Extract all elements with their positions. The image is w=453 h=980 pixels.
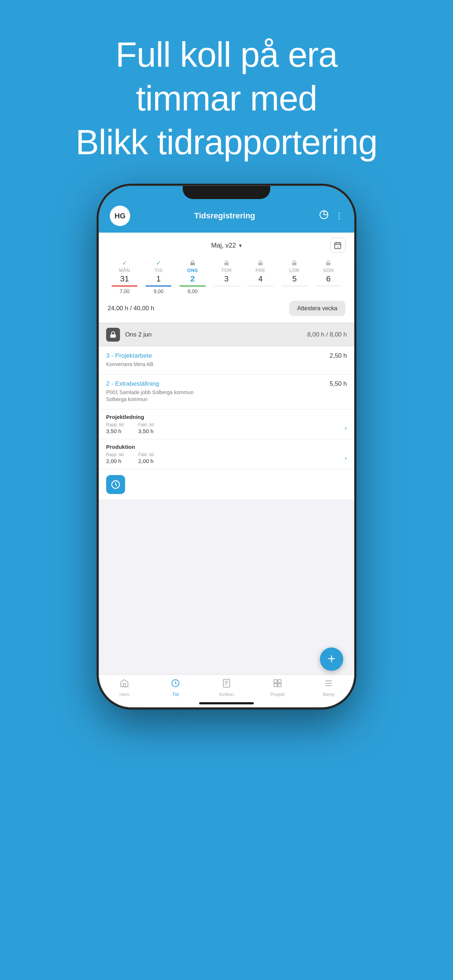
week-selector: Maj, v22 2 <box>99 232 354 294</box>
day-check-tor <box>223 259 230 267</box>
menu-icon <box>324 678 333 690</box>
nav-item-meny[interactable]: Meny <box>303 678 354 697</box>
svg-rect-13 <box>123 684 126 687</box>
svg-rect-11 <box>110 334 116 337</box>
nav-item-hem[interactable]: Hem <box>99 678 150 697</box>
nav-label-tid: Tid <box>172 692 179 697</box>
hero-section: Full koll på era timmar med Blikk tidrap… <box>0 0 453 186</box>
nav-label-kvitton: Kvitton <box>219 692 234 697</box>
day-item-fre[interactable]: FRE 4 <box>244 259 278 294</box>
entry-title-2: 2 - Extrabeställning <box>106 380 160 388</box>
day-item-ons[interactable]: ONS 2 8,00 <box>175 259 209 294</box>
entry-top-1: 3 - Projektarbete 2,50 h <box>106 352 347 360</box>
day-item-lor[interactable]: LÖR 5 <box>278 259 311 294</box>
receipt-icon <box>222 678 231 690</box>
day-label-son: SÖN <box>323 267 334 273</box>
day-bar-man <box>112 285 137 286</box>
day-number-son: 6 <box>326 274 330 284</box>
nav-item-kvitton[interactable]: Kvitton <box>201 678 252 697</box>
day-label-ons: ONS <box>187 267 198 273</box>
nav-label-hem: Hem <box>119 692 129 697</box>
svg-rect-7 <box>224 262 229 265</box>
day-item-man[interactable]: ✓ MÅN 31 7,00 <box>108 259 142 294</box>
day-check-man: ✓ <box>122 259 127 267</box>
day-bar-fre <box>247 285 273 286</box>
summary-hours: 24,00 h / 40,00 h <box>108 305 154 312</box>
day-item-tor[interactable]: TOR 3 <box>209 259 243 294</box>
day-item-son[interactable]: SÖN 6 <box>311 259 345 294</box>
chevron-right-icon-2[interactable]: › <box>345 454 347 462</box>
calendar-button[interactable]: 2 <box>330 238 345 253</box>
project-icon <box>273 678 282 690</box>
screen: HG Tidsregistrering ⋮ <box>99 186 354 707</box>
phone-frame: HG Tidsregistrering ⋮ <box>99 186 354 707</box>
sub-fakt-2: Fakt. tid 2,00 h <box>138 452 154 465</box>
header-title: Tidsregistrering <box>194 211 255 221</box>
entry-card-1[interactable]: 3 - Projektarbete 2,50 h Konversera Mera… <box>99 346 354 374</box>
day-label-man: MÅN <box>119 267 130 273</box>
svg-rect-21 <box>274 684 277 687</box>
day-label-lor: LÖR <box>289 267 300 273</box>
day-number-man: 31 <box>120 274 129 284</box>
entry-hours-1: 2,50 h <box>330 352 347 360</box>
phone-notch <box>183 186 270 199</box>
week-nav-center[interactable]: Maj, v22 <box>211 242 242 250</box>
timer-card[interactable] <box>99 469 354 500</box>
spacer <box>99 500 354 558</box>
day-label-tis: TIS <box>155 267 163 273</box>
day-number-ons: 2 <box>190 274 195 284</box>
chevron-right-icon-1[interactable]: › <box>345 425 347 432</box>
day-hours-man: 7,00 <box>120 288 129 294</box>
pie-chart-icon[interactable] <box>319 210 329 222</box>
day-number-fre: 4 <box>258 274 263 284</box>
fab-button[interactable]: + <box>320 648 343 671</box>
nav-label-projekt: Projekt <box>270 692 285 697</box>
entry-subtitle-1: Konversera Mera AB <box>106 361 347 368</box>
entry-card-2[interactable]: 2 - Extrabeställning 5,50 h P001 Samlade… <box>99 374 354 409</box>
sub-entry-produktion[interactable]: Produktion Rapp. tid 2,00 h Fakt. tid 2,… <box>99 439 354 469</box>
day-section-title: Ons 2 jun <box>125 331 307 338</box>
svg-rect-20 <box>278 679 281 683</box>
summary-row: 24,00 h / 40,00 h Attestera vecka <box>99 294 354 323</box>
sub-rapp-1: Rapp. tid 3,50 h <box>106 422 124 434</box>
day-check-ons <box>190 259 196 267</box>
sub-rapp-2: Rapp. tid 2,00 h <box>106 452 124 465</box>
sub-fakt-1: Fakt. tid 3,50 h <box>138 422 154 434</box>
timer-icon-button[interactable] <box>106 475 125 494</box>
day-bar-ons <box>179 285 205 286</box>
day-check-lor <box>292 259 297 267</box>
day-label-fre: FRE <box>255 267 266 273</box>
entry-title-1: 3 - Projektarbete <box>106 352 152 360</box>
sub-entry-header-1: Projektledning <box>106 414 347 420</box>
entry-hours-2: 5,50 h <box>330 380 347 388</box>
day-bar-tor <box>214 285 239 286</box>
week-label: Maj, v22 <box>211 242 236 250</box>
day-bar-son <box>316 285 341 286</box>
nav-item-tid[interactable]: Tid <box>150 678 201 697</box>
home-indicator <box>199 702 254 705</box>
more-options-icon[interactable]: ⋮ <box>335 211 343 221</box>
day-item-tis[interactable]: ✓ TIS 1 9,00 <box>142 259 175 294</box>
day-check-fre <box>257 259 263 267</box>
plus-icon: + <box>327 652 335 665</box>
sub-entry-projektledning[interactable]: Projektledning Rapp. tid 3,50 h Fakt. ti… <box>99 409 354 439</box>
scroll-content[interactable]: Ons 2 jun 8,00 h / 8,00 h 3 - Projektarb… <box>99 323 354 578</box>
entry-top-2: 2 - Extrabeställning 5,50 h <box>106 380 347 388</box>
day-check-tis: ✓ <box>156 259 161 267</box>
day-number-tis: 1 <box>156 274 161 284</box>
chevron-down-icon[interactable] <box>239 242 242 250</box>
avatar[interactable]: HG <box>110 205 130 226</box>
svg-rect-15 <box>223 679 230 687</box>
svg-rect-6 <box>190 262 195 265</box>
day-hours-ons: 8,00 <box>187 288 197 294</box>
nav-item-projekt[interactable]: Projekt <box>252 678 303 697</box>
svg-rect-9 <box>292 262 297 265</box>
sub-entry-header-2: Produktion <box>106 444 347 450</box>
lock-icon-box <box>106 328 120 342</box>
day-section-header: Ons 2 jun 8,00 h / 8,00 h <box>99 323 354 346</box>
day-bar-lor <box>282 285 308 286</box>
svg-rect-22 <box>278 684 281 687</box>
day-bar-tis <box>145 285 171 286</box>
header-icons: ⋮ <box>319 210 343 222</box>
attest-button[interactable]: Attestera vecka <box>289 301 345 316</box>
